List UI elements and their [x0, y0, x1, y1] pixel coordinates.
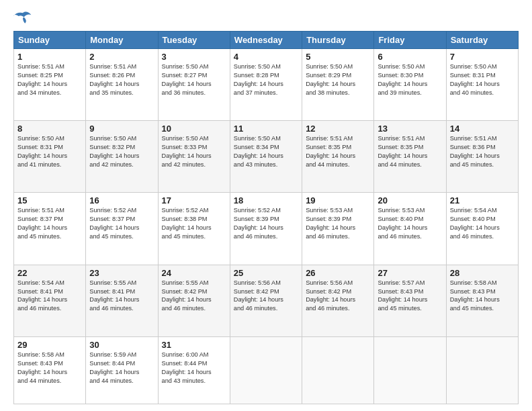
day-number: 4 — [234, 52, 298, 62]
table-row: 4Sunrise: 5:50 AM Sunset: 8:28 PM Daylig… — [230, 49, 302, 121]
table-row: 28Sunrise: 5:58 AM Sunset: 8:43 PM Dayli… — [446, 265, 518, 336]
table-row: 8Sunrise: 5:50 AM Sunset: 8:31 PM Daylig… — [14, 121, 86, 193]
day-number: 29 — [17, 340, 82, 350]
table-row: 18Sunrise: 5:52 AM Sunset: 8:39 PM Dayli… — [230, 193, 302, 265]
cell-content: Sunrise: 5:55 AM Sunset: 8:42 PM Dayligh… — [162, 279, 226, 314]
cell-content: Sunrise: 5:50 AM Sunset: 8:33 PM Dayligh… — [162, 134, 226, 169]
table-row: 7Sunrise: 5:50 AM Sunset: 8:31 PM Daylig… — [446, 49, 518, 121]
day-number: 27 — [378, 268, 442, 278]
cell-content: Sunrise: 5:50 AM Sunset: 8:31 PM Dayligh… — [17, 134, 82, 169]
day-number: 19 — [306, 195, 370, 205]
cell-content: Sunrise: 5:57 AM Sunset: 8:43 PM Dayligh… — [378, 279, 442, 314]
day-number: 22 — [17, 268, 82, 278]
day-number: 5 — [306, 52, 370, 62]
cell-content: Sunrise: 5:50 AM Sunset: 8:28 PM Dayligh… — [234, 62, 298, 97]
cell-content: Sunrise: 5:53 AM Sunset: 8:39 PM Dayligh… — [306, 206, 370, 241]
table-row: 27Sunrise: 5:57 AM Sunset: 8:43 PM Dayli… — [374, 265, 446, 336]
day-number: 1 — [17, 52, 82, 62]
cell-content: Sunrise: 5:54 AM Sunset: 8:40 PM Dayligh… — [450, 206, 515, 241]
table-row — [446, 336, 518, 404]
day-number: 17 — [162, 195, 226, 205]
table-row: 15Sunrise: 5:51 AM Sunset: 8:37 PM Dayli… — [14, 193, 86, 265]
col-sunday: Sunday — [14, 32, 86, 49]
cell-content: Sunrise: 5:50 AM Sunset: 8:30 PM Dayligh… — [378, 62, 442, 97]
day-number: 11 — [234, 124, 298, 134]
table-row: 6Sunrise: 5:50 AM Sunset: 8:30 PM Daylig… — [374, 49, 446, 121]
cell-content: Sunrise: 5:50 AM Sunset: 8:32 PM Dayligh… — [89, 134, 154, 169]
cell-content: Sunrise: 5:51 AM Sunset: 8:35 PM Dayligh… — [306, 134, 370, 169]
table-row: 3Sunrise: 5:50 AM Sunset: 8:27 PM Daylig… — [158, 49, 230, 121]
day-number: 2 — [89, 52, 154, 62]
day-number: 12 — [306, 124, 370, 134]
cell-content: Sunrise: 6:00 AM Sunset: 8:44 PM Dayligh… — [162, 351, 226, 385]
table-row — [374, 336, 446, 404]
day-number: 18 — [234, 195, 298, 205]
col-tuesday: Tuesday — [158, 32, 230, 49]
table-row: 19Sunrise: 5:53 AM Sunset: 8:39 PM Dayli… — [302, 193, 374, 265]
day-number: 13 — [378, 124, 442, 134]
cell-content: Sunrise: 5:52 AM Sunset: 8:38 PM Dayligh… — [162, 206, 226, 241]
table-row: 17Sunrise: 5:52 AM Sunset: 8:38 PM Dayli… — [158, 193, 230, 265]
cell-content: Sunrise: 5:50 AM Sunset: 8:27 PM Dayligh… — [162, 62, 226, 97]
day-number: 7 — [450, 52, 515, 62]
cell-content: Sunrise: 5:50 AM Sunset: 8:34 PM Dayligh… — [234, 134, 298, 169]
col-saturday: Saturday — [446, 32, 518, 49]
table-row: 9Sunrise: 5:50 AM Sunset: 8:32 PM Daylig… — [86, 121, 158, 193]
table-row: 2Sunrise: 5:51 AM Sunset: 8:26 PM Daylig… — [86, 49, 158, 121]
table-row: 5Sunrise: 5:50 AM Sunset: 8:29 PM Daylig… — [302, 49, 374, 121]
table-row: 29Sunrise: 5:58 AM Sunset: 8:43 PM Dayli… — [14, 336, 86, 404]
table-row: 23Sunrise: 5:55 AM Sunset: 8:41 PM Dayli… — [86, 265, 158, 336]
day-number: 20 — [378, 195, 442, 205]
cell-content: Sunrise: 5:51 AM Sunset: 8:36 PM Dayligh… — [450, 134, 515, 169]
day-number: 3 — [162, 52, 226, 62]
day-number: 23 — [89, 268, 154, 278]
cell-content: Sunrise: 5:56 AM Sunset: 8:42 PM Dayligh… — [234, 279, 298, 314]
cell-content: Sunrise: 5:52 AM Sunset: 8:37 PM Dayligh… — [89, 206, 154, 241]
table-row: 21Sunrise: 5:54 AM Sunset: 8:40 PM Dayli… — [446, 193, 518, 265]
logo-bird-icon — [13, 11, 32, 26]
day-number: 16 — [89, 195, 154, 205]
day-number: 15 — [17, 195, 82, 205]
table-row: 24Sunrise: 5:55 AM Sunset: 8:42 PM Dayli… — [158, 265, 230, 336]
day-number: 24 — [162, 268, 226, 278]
day-number: 26 — [306, 268, 370, 278]
col-monday: Monday — [86, 32, 158, 49]
cell-content: Sunrise: 5:59 AM Sunset: 8:44 PM Dayligh… — [89, 351, 154, 385]
cell-content: Sunrise: 5:51 AM Sunset: 8:35 PM Dayligh… — [378, 134, 442, 169]
header — [13, 11, 519, 26]
day-number: 25 — [234, 268, 298, 278]
table-row: 25Sunrise: 5:56 AM Sunset: 8:42 PM Dayli… — [230, 265, 302, 336]
logo — [13, 11, 35, 26]
day-number: 31 — [162, 340, 226, 350]
calendar-header-row: Sunday Monday Tuesday Wednesday Thursday… — [14, 32, 519, 49]
day-number: 6 — [378, 52, 442, 62]
table-row: 12Sunrise: 5:51 AM Sunset: 8:35 PM Dayli… — [302, 121, 374, 193]
cell-content: Sunrise: 5:50 AM Sunset: 8:31 PM Dayligh… — [450, 62, 515, 97]
cell-content: Sunrise: 5:56 AM Sunset: 8:42 PM Dayligh… — [306, 279, 370, 314]
day-number: 21 — [450, 195, 515, 205]
cell-content: Sunrise: 5:50 AM Sunset: 8:29 PM Dayligh… — [306, 62, 370, 97]
day-number: 8 — [17, 124, 82, 134]
table-row: 1Sunrise: 5:51 AM Sunset: 8:25 PM Daylig… — [14, 49, 86, 121]
day-number: 14 — [450, 124, 515, 134]
day-number: 10 — [162, 124, 226, 134]
cell-content: Sunrise: 5:51 AM Sunset: 8:37 PM Dayligh… — [17, 206, 82, 241]
table-row — [302, 336, 374, 404]
table-row: 31Sunrise: 6:00 AM Sunset: 8:44 PM Dayli… — [158, 336, 230, 404]
table-row: 11Sunrise: 5:50 AM Sunset: 8:34 PM Dayli… — [230, 121, 302, 193]
cell-content: Sunrise: 5:58 AM Sunset: 8:43 PM Dayligh… — [17, 351, 82, 385]
table-row: 30Sunrise: 5:59 AM Sunset: 8:44 PM Dayli… — [86, 336, 158, 404]
cell-content: Sunrise: 5:55 AM Sunset: 8:41 PM Dayligh… — [89, 279, 154, 314]
table-row: 20Sunrise: 5:53 AM Sunset: 8:40 PM Dayli… — [374, 193, 446, 265]
table-row: 14Sunrise: 5:51 AM Sunset: 8:36 PM Dayli… — [446, 121, 518, 193]
cell-content: Sunrise: 5:54 AM Sunset: 8:41 PM Dayligh… — [17, 279, 82, 314]
cell-content: Sunrise: 5:51 AM Sunset: 8:25 PM Dayligh… — [17, 62, 82, 97]
day-number: 30 — [89, 340, 154, 350]
col-friday: Friday — [374, 32, 446, 49]
cell-content: Sunrise: 5:58 AM Sunset: 8:43 PM Dayligh… — [450, 279, 515, 314]
calendar-table: Sunday Monday Tuesday Wednesday Thursday… — [13, 31, 519, 404]
table-row: 22Sunrise: 5:54 AM Sunset: 8:41 PM Dayli… — [14, 265, 86, 336]
cell-content: Sunrise: 5:51 AM Sunset: 8:26 PM Dayligh… — [89, 62, 154, 97]
col-thursday: Thursday — [302, 32, 374, 49]
table-row: 13Sunrise: 5:51 AM Sunset: 8:35 PM Dayli… — [374, 121, 446, 193]
